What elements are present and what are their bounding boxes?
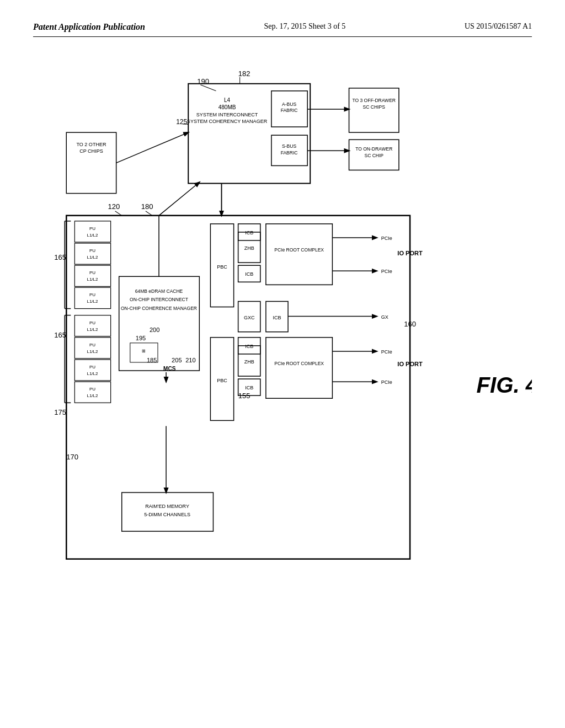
svg-rect-33 <box>74 265 110 286</box>
svg-text:PU: PU <box>89 270 95 275</box>
svg-text:ICB: ICB <box>245 385 253 390</box>
svg-rect-39 <box>74 315 110 336</box>
diagram-svg: 182 TO 2 OTHER CP CHIPS 190 L4 480MB SYS… <box>33 48 532 682</box>
svg-rect-36 <box>74 287 110 308</box>
svg-text:64MB eDRAM CACHE: 64MB eDRAM CACHE <box>135 288 183 294</box>
svg-text:⊞: ⊞ <box>142 349 146 354</box>
label-125: 125 <box>176 118 187 126</box>
svg-text:PBC: PBC <box>217 378 227 383</box>
io-port1-label: IO PORT <box>397 250 423 256</box>
label-160: 160 <box>404 320 416 328</box>
label-200: 200 <box>150 326 159 333</box>
header-center: Sep. 17, 2015 Sheet 3 of 5 <box>264 22 346 31</box>
svg-line-3 <box>200 85 216 91</box>
label-170: 170 <box>66 453 78 461</box>
pcie4-label: PCIe <box>381 379 392 385</box>
svg-text:ICB: ICB <box>245 271 253 277</box>
svg-text:GXC: GXC <box>244 315 255 320</box>
svg-text:ZHB: ZHB <box>244 359 254 365</box>
svg-text:PU: PU <box>89 248 95 253</box>
svg-line-88 <box>159 183 199 216</box>
svg-text:5-DIMM CHANNELS: 5-DIMM CHANNELS <box>144 512 190 517</box>
svg-text:L1/L2: L1/L2 <box>87 371 98 376</box>
svg-text:PCIe ROOT COMPLEX: PCIe ROOT COMPLEX <box>274 247 324 253</box>
label-182: 182 <box>238 69 250 78</box>
header: Patent Application Publication Sep. 17, … <box>33 22 532 37</box>
label-195: 195 <box>136 335 146 341</box>
svg-rect-4 <box>188 84 310 184</box>
svg-text:L1/L2: L1/L2 <box>87 327 98 332</box>
label-175: 175 <box>54 408 66 416</box>
svg-text:FABRIC: FABRIC <box>281 108 298 113</box>
svg-text:PU: PU <box>89 387 95 392</box>
svg-text:SYSTEM INTERCONNECT: SYSTEM INTERCONNECT <box>196 112 258 117</box>
gx-label: GX <box>381 314 388 320</box>
fig-label: FIG. 4 <box>477 373 532 398</box>
svg-rect-66 <box>266 224 333 285</box>
diagram-area: 182 TO 2 OTHER CP CHIPS 190 L4 480MB SYS… <box>33 48 532 682</box>
svg-text:480MB: 480MB <box>218 104 236 110</box>
svg-text:TO 3 OFF-DRAWER: TO 3 OFF-DRAWER <box>352 98 396 103</box>
svg-text:FABRIC: FABRIC <box>281 150 298 156</box>
svg-text:A-BUS: A-BUS <box>282 101 296 107</box>
svg-rect-15 <box>349 88 399 132</box>
svg-rect-42 <box>74 338 110 358</box>
svg-text:PU: PU <box>89 365 95 370</box>
pcie3-label: PCIe <box>381 349 392 355</box>
svg-text:PCIe ROOT COMPLEX: PCIe ROOT COMPLEX <box>274 361 324 366</box>
svg-text:PU: PU <box>89 320 95 325</box>
header-right: US 2015/0261587 A1 <box>465 22 532 31</box>
svg-line-89 <box>116 132 189 163</box>
mcs-label: MCS <box>163 366 176 372</box>
svg-text:L1/L2: L1/L2 <box>87 349 98 354</box>
svg-text:CP CHIPS: CP CHIPS <box>79 148 103 154</box>
svg-text:SC CHIP: SC CHIP <box>364 153 383 158</box>
svg-text:L1/L2: L1/L2 <box>87 299 98 304</box>
svg-text:SYSTEM COHERENCY MANAGER: SYSTEM COHERENCY MANAGER <box>187 119 268 124</box>
svg-text:ZHB: ZHB <box>244 245 254 251</box>
raimed-label: RAIM'ED MEMORY <box>145 504 189 509</box>
svg-text:TO ON-DRAWER: TO ON-DRAWER <box>355 146 392 152</box>
svg-text:ICB: ICB <box>273 315 281 320</box>
svg-text:L1/L2: L1/L2 <box>87 233 98 238</box>
pcie1-label: PCIe <box>381 235 392 241</box>
svg-rect-48 <box>74 382 110 403</box>
svg-text:L1/L2: L1/L2 <box>87 393 98 398</box>
svg-text:L4: L4 <box>224 97 231 103</box>
svg-text:PBC: PBC <box>217 264 227 270</box>
svg-text:L1/L2: L1/L2 <box>87 255 98 260</box>
svg-text:S-BUS: S-BUS <box>282 143 296 149</box>
to2other-label: TO 2 OTHER <box>76 142 106 147</box>
header-left: Patent Application Publication <box>33 22 145 32</box>
label-180: 180 <box>141 202 153 211</box>
page: Patent Application Publication Sep. 17, … <box>0 0 565 728</box>
label-210: 210 <box>185 357 195 363</box>
svg-text:ON-CHIP INTERCONNECT: ON-CHIP INTERCONNECT <box>130 297 188 302</box>
svg-text:PU: PU <box>89 226 95 231</box>
label-120: 120 <box>108 202 120 211</box>
svg-rect-80 <box>266 338 333 398</box>
label-205: 205 <box>172 357 182 363</box>
svg-text:ICB: ICB <box>245 230 253 235</box>
io-port2-label: IO PORT <box>397 361 423 367</box>
label-185: 185 <box>147 357 157 363</box>
svg-text:SC CHIPS: SC CHIPS <box>363 104 386 110</box>
svg-text:PU: PU <box>89 342 95 347</box>
pcie2-label: PCIe <box>381 269 392 274</box>
svg-rect-27 <box>74 221 110 242</box>
svg-rect-45 <box>74 360 110 381</box>
svg-text:ICB: ICB <box>245 344 253 349</box>
svg-text:L1/L2: L1/L2 <box>87 277 98 282</box>
svg-text:ON-CHIP COHERENCE MANAGER: ON-CHIP COHERENCE MANAGER <box>121 306 197 311</box>
svg-rect-30 <box>74 243 110 264</box>
svg-text:PU: PU <box>89 292 95 297</box>
